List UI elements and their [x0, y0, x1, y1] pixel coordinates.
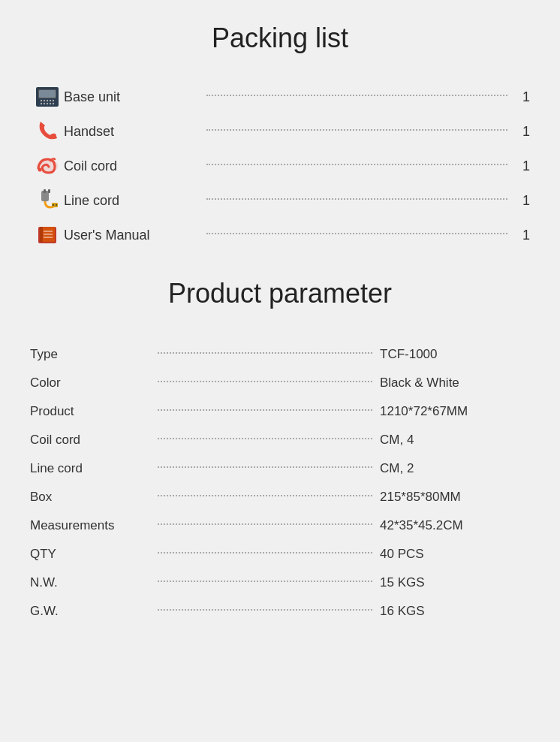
handset-dots	[206, 129, 507, 131]
param-row-coil-cord: Coil cord CM, 4	[30, 433, 530, 448]
param-dots-coil-cord	[158, 438, 372, 439]
param-label-product: Product	[30, 404, 150, 419]
param-dots-nw	[158, 581, 372, 582]
svg-point-20	[56, 204, 57, 206]
svg-point-7	[52, 100, 53, 101]
svg-point-12	[52, 103, 53, 104]
param-label-coil-cord: Coil cord	[30, 433, 150, 448]
param-value-type: TCF-1000	[380, 347, 530, 362]
param-label-color: Color	[30, 376, 150, 391]
handset-label: Handset	[64, 124, 199, 140]
base-unit-dots	[206, 95, 507, 96]
param-label-box: Box	[30, 490, 150, 505]
line-cord-icon	[30, 188, 64, 213]
param-row-product: Product 1210*72*67MM	[30, 404, 530, 419]
base-unit-icon	[30, 84, 64, 110]
line-cord-dots	[206, 198, 507, 200]
svg-point-11	[49, 103, 50, 104]
packing-list: Base unit 1 Handset 1 Coil cord 1	[30, 84, 530, 248]
svg-point-3	[40, 100, 41, 101]
param-label-nw: N.W.	[30, 575, 150, 590]
svg-rect-17	[48, 189, 50, 193]
users-manual-label: User's Manual	[64, 228, 199, 243]
svg-rect-16	[44, 189, 46, 193]
param-dots-type	[158, 352, 372, 354]
svg-point-5	[46, 100, 47, 101]
line-cord-label: Line cord	[64, 193, 199, 209]
packing-item-base-unit: Base unit 1	[30, 84, 530, 110]
param-value-line-cord: CM, 2	[380, 461, 530, 476]
svg-point-8	[40, 103, 41, 104]
svg-point-19	[53, 204, 54, 206]
param-label-type: Type	[30, 347, 150, 362]
param-row-qty: QTY 40 PCS	[30, 547, 530, 562]
param-row-box: Box 215*85*80MM	[30, 490, 530, 505]
param-dots-qty	[158, 552, 372, 553]
product-parameter-table: Type TCF-1000 Color Black & White Produc…	[30, 347, 530, 619]
svg-point-6	[49, 100, 50, 101]
param-row-gw: G.W. 16 KGS	[30, 604, 530, 619]
param-dots-product	[158, 409, 372, 411]
param-row-type: Type TCF-1000	[30, 347, 530, 362]
coil-cord-qty: 1	[515, 158, 530, 174]
svg-point-10	[46, 103, 47, 104]
param-value-nw: 15 KGS	[380, 575, 530, 590]
svg-point-14	[38, 168, 41, 172]
coil-cord-label: Coil cord	[64, 158, 199, 174]
product-parameter-title: Product parameter	[30, 278, 530, 309]
param-value-product: 1210*72*67MM	[380, 404, 530, 419]
param-row-nw: N.W. 15 KGS	[30, 575, 530, 590]
param-value-box: 215*85*80MM	[380, 490, 530, 505]
param-dots-color	[158, 381, 372, 382]
coil-cord-icon	[30, 153, 64, 179]
base-unit-label: Base unit	[64, 89, 199, 105]
svg-point-9	[43, 103, 44, 104]
param-row-color: Color Black & White	[30, 376, 530, 391]
param-dots-measurements	[158, 523, 372, 525]
param-value-gw: 16 KGS	[380, 604, 530, 619]
svg-point-4	[43, 100, 44, 101]
param-dots-box	[158, 495, 372, 496]
param-label-line-cord: Line cord	[30, 461, 150, 476]
packing-list-title: Packing list	[30, 23, 530, 54]
param-dots-line-cord	[158, 466, 372, 468]
handset-qty: 1	[515, 124, 530, 140]
line-cord-qty: 1	[515, 193, 530, 209]
svg-rect-23	[40, 227, 43, 242]
param-label-qty: QTY	[30, 547, 150, 562]
param-dots-gw	[158, 609, 372, 611]
param-row-measurements: Measurements 42*35*45.2CM	[30, 518, 530, 533]
param-value-color: Black & White	[380, 376, 530, 391]
users-manual-qty: 1	[515, 228, 530, 243]
param-row-line-cord: Line cord CM, 2	[30, 461, 530, 476]
param-value-coil-cord: CM, 4	[380, 433, 530, 448]
param-value-measurements: 42*35*45.2CM	[380, 518, 530, 533]
handset-icon	[30, 119, 64, 144]
param-label-gw: G.W.	[30, 604, 150, 619]
param-value-qty: 40 PCS	[380, 547, 530, 562]
svg-rect-2	[39, 90, 56, 98]
base-unit-qty: 1	[515, 89, 530, 105]
packing-item-handset: Handset 1	[30, 119, 530, 144]
coil-cord-dots	[206, 164, 507, 165]
users-manual-dots	[206, 233, 507, 234]
param-label-measurements: Measurements	[30, 518, 150, 533]
packing-item-users-manual: User's Manual 1	[30, 222, 530, 248]
packing-item-coil-cord: Coil cord 1	[30, 153, 530, 179]
users-manual-icon	[30, 222, 64, 248]
packing-item-line-cord: Line cord 1	[30, 188, 530, 213]
